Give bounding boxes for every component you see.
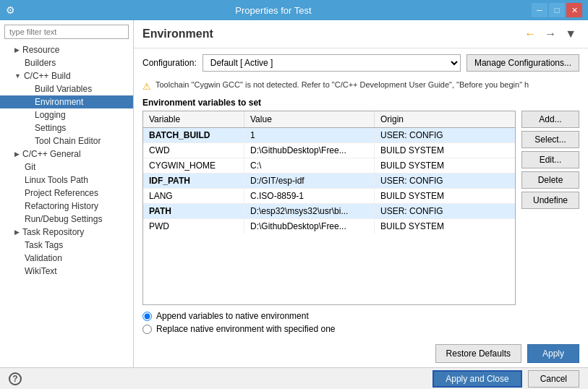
- cancel-button[interactable]: Cancel: [528, 370, 579, 388]
- table-cell-variable: CWD: [143, 143, 244, 158]
- sidebar-item-label-task-repository: Task Repository: [22, 227, 84, 237]
- table-cell-variable: BATCH_BUILD: [143, 128, 244, 142]
- sidebar-item-label-task-tags: Task Tags: [25, 240, 63, 250]
- add-button[interactable]: Add...: [521, 111, 579, 128]
- sidebar: ▶ResourceBuilders▼C/C++ BuildBuild Varia…: [0, 20, 134, 367]
- table-row[interactable]: PATHD:\esp32\msys32\usr\bi...USER: CONFI…: [143, 204, 515, 219]
- table-cell-origin: BUILD SYSTEM: [375, 219, 515, 234]
- table-cell-origin: USER: CONFIG: [375, 128, 515, 142]
- table-row[interactable]: BATCH_BUILD1USER: CONFIG: [143, 128, 515, 143]
- undefine-button[interactable]: Undefine: [521, 192, 579, 209]
- append-radio-option[interactable]: Append variables to native environment: [142, 311, 579, 321]
- table-cell-value: D:/GIT/esp-idf: [244, 174, 375, 188]
- sidebar-item-tool-chain-editor[interactable]: Tool Chain Editor: [0, 134, 133, 148]
- cpp-general-arrow-icon: ▶: [14, 150, 20, 158]
- sidebar-item-label-builders: Builders: [25, 58, 56, 68]
- forward-button[interactable]: →: [542, 26, 559, 42]
- sidebar-item-label-run-debug-settings: Run/Debug Settings: [25, 214, 102, 224]
- help-button[interactable]: ?: [9, 372, 22, 385]
- sidebar-filter-input[interactable]: [4, 25, 129, 39]
- minimize-button[interactable]: ─: [532, 3, 547, 17]
- table-row[interactable]: CYGWIN_HOMEC:\BUILD SYSTEM: [143, 158, 515, 174]
- sidebar-item-run-debug-settings[interactable]: Run/Debug Settings: [0, 213, 133, 226]
- title-bar: ⚙ Properties for Test ─ □ ✕: [0, 0, 588, 20]
- replace-radio-option[interactable]: Replace native environment with specifie…: [142, 324, 579, 334]
- edit-button[interactable]: Edit...: [521, 151, 579, 168]
- col-variable: Variable: [143, 111, 244, 127]
- table-body: BATCH_BUILD1USER: CONFIGCWDD:\GithubDesk…: [143, 128, 515, 234]
- resource-arrow-icon: ▶: [14, 46, 20, 54]
- append-radio-label: Append variables to native environment: [156, 311, 309, 321]
- maximize-button[interactable]: □: [549, 3, 565, 17]
- sidebar-item-environment[interactable]: Environment: [0, 95, 133, 108]
- col-value: Value: [244, 111, 375, 127]
- delete-button[interactable]: Delete: [521, 171, 579, 189]
- sidebar-item-label-git: Git: [25, 162, 35, 172]
- bottom-action-row: Restore Defaults Apply: [134, 340, 588, 367]
- restore-defaults-button[interactable]: Restore Defaults: [435, 344, 521, 363]
- sidebar-item-wikitext[interactable]: WikiText: [0, 265, 133, 278]
- apply-button[interactable]: Apply: [527, 344, 579, 363]
- app-icon: ⚙: [6, 4, 15, 16]
- manage-configurations-button[interactable]: Manage Configurations...: [466, 54, 579, 72]
- sidebar-item-cpp-build[interactable]: ▼C/C++ Build: [0, 69, 133, 82]
- close-button[interactable]: ✕: [566, 3, 582, 17]
- content-header: Environment ← → ▼: [134, 20, 588, 48]
- footer: ? Apply and Close Cancel: [0, 367, 588, 389]
- table-header: Variable Value Origin: [143, 111, 515, 128]
- apply-and-close-button[interactable]: Apply and Close: [433, 370, 521, 388]
- table-row[interactable]: IDF_PATHD:/GIT/esp-idfUSER: CONFIG: [143, 174, 515, 189]
- dropdown-button[interactable]: ▼: [562, 26, 579, 42]
- append-radio[interactable]: [142, 312, 152, 321]
- radio-section: Append variables to native environment R…: [134, 305, 588, 340]
- env-section-label: Environment variables to set: [134, 95, 588, 111]
- sidebar-item-label-logging: Logging: [35, 110, 66, 120]
- table-area: Variable Value Origin BATCH_BUILD1USER: …: [134, 111, 588, 305]
- sidebar-item-task-repository[interactable]: ▶Task Repository: [0, 226, 133, 239]
- sidebar-item-label-tool-chain-editor: Tool Chain Editor: [35, 136, 101, 146]
- sidebar-item-logging[interactable]: Logging: [0, 108, 133, 121]
- sidebar-item-label-project-references: Project References: [25, 188, 98, 198]
- sidebar-item-build-variables[interactable]: Build Variables: [0, 82, 133, 95]
- warning-text: Toolchain "Cygwin GCC" is not detected. …: [155, 80, 529, 89]
- back-button[interactable]: ←: [521, 26, 539, 42]
- sidebar-item-settings[interactable]: Settings: [0, 121, 133, 134]
- table-row[interactable]: LANGC.ISO-8859-1BUILD SYSTEM: [143, 189, 515, 204]
- sidebar-item-task-tags[interactable]: Task Tags: [0, 239, 133, 252]
- sidebar-tree: ▶ResourceBuilders▼C/C++ BuildBuild Varia…: [0, 43, 133, 278]
- sidebar-item-label-cpp-build: C/C++ Build: [24, 71, 71, 81]
- sidebar-item-linux-tools-path[interactable]: Linux Tools Path: [0, 174, 133, 187]
- replace-radio[interactable]: [142, 325, 152, 334]
- sidebar-item-label-cpp-general: C/C++ General: [22, 149, 81, 159]
- sidebar-item-cpp-general[interactable]: ▶C/C++ General: [0, 148, 133, 161]
- table-cell-origin: BUILD SYSTEM: [375, 189, 515, 203]
- task-repository-arrow-icon: ▶: [14, 228, 20, 236]
- sidebar-item-refactoring-history[interactable]: Refactoring History: [0, 200, 133, 213]
- table-cell-value: D:\esp32\msys32\usr\bi...: [244, 204, 375, 218]
- warning-bar: ⚠ Toolchain "Cygwin GCC" is not detected…: [134, 77, 588, 95]
- table-cell-variable: PWD: [143, 219, 244, 234]
- table-cell-origin: USER: CONFIG: [375, 204, 515, 218]
- sidebar-item-label-environment: Environment: [35, 97, 83, 107]
- table-row[interactable]: PWDD:\GithubDesktop\Free...BUILD SYSTEM: [143, 219, 515, 234]
- sidebar-item-label-linux-tools-path: Linux Tools Path: [25, 175, 88, 185]
- table-cell-variable: LANG: [143, 189, 244, 203]
- sidebar-item-validation[interactable]: Validation: [0, 252, 133, 265]
- col-origin: Origin: [375, 111, 515, 127]
- config-row: Configuration: Default [ Active ] Manage…: [134, 48, 588, 77]
- sidebar-item-label-validation: Validation: [25, 253, 62, 263]
- cpp-build-arrow-icon: ▼: [14, 72, 21, 80]
- table-row[interactable]: CWDD:\GithubDesktop\Free...BUILD SYSTEM: [143, 143, 515, 158]
- select-button[interactable]: Select...: [521, 131, 579, 148]
- configuration-select[interactable]: Default [ Active ]: [203, 54, 461, 72]
- table-cell-value: D:\GithubDesktop\Free...: [244, 219, 375, 234]
- sidebar-item-label-build-variables: Build Variables: [35, 84, 92, 94]
- window-controls: ─ □ ✕: [532, 3, 582, 17]
- sidebar-item-builders[interactable]: Builders: [0, 56, 133, 69]
- sidebar-item-label-settings: Settings: [35, 123, 66, 133]
- table-cell-origin: USER: CONFIG: [375, 174, 515, 188]
- sidebar-item-git[interactable]: Git: [0, 161, 133, 174]
- sidebar-item-resource[interactable]: ▶Resource: [0, 43, 133, 56]
- header-nav: ← → ▼: [521, 26, 579, 42]
- sidebar-item-project-references[interactable]: Project References: [0, 187, 133, 200]
